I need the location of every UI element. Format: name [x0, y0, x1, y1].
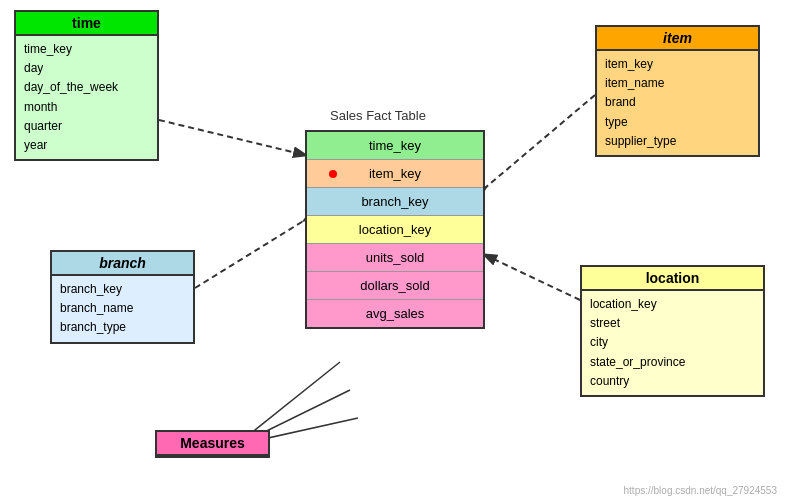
fact-row-time-key: time_key	[307, 132, 483, 160]
svg-line-0	[159, 120, 305, 155]
location-field-4: country	[590, 372, 755, 391]
location-body: location_key street city state_or_provin…	[582, 291, 763, 395]
fact-row-avg-sales: avg_sales	[307, 300, 483, 327]
branch-title: branch	[52, 252, 193, 276]
svg-line-3	[485, 255, 580, 300]
fact-row-location-key: location_key	[307, 216, 483, 244]
location-title: location	[582, 267, 763, 291]
svg-line-2	[195, 220, 305, 288]
location-box: location location_key street city state_…	[580, 265, 765, 397]
time-field-2: day_of_the_week	[24, 78, 149, 97]
svg-line-4	[245, 362, 340, 438]
location-field-3: state_or_province	[590, 353, 755, 372]
red-dot	[329, 170, 337, 178]
branch-field-2: branch_type	[60, 318, 185, 337]
item-box: item item_key item_name brand type suppl…	[595, 25, 760, 157]
branch-field-0: branch_key	[60, 280, 185, 299]
svg-line-1	[485, 95, 595, 188]
item-field-3: type	[605, 113, 750, 132]
diagram-container: time time_key day day_of_the_week month …	[0, 0, 785, 500]
time-field-0: time_key	[24, 40, 149, 59]
watermark: https://blog.csdn.net/qq_27924553	[624, 485, 777, 496]
fact-table: time_key item_key branch_key location_ke…	[305, 130, 485, 329]
time-box: time time_key day day_of_the_week month …	[14, 10, 159, 161]
fact-row-units-sold: units_sold	[307, 244, 483, 272]
time-field-5: year	[24, 136, 149, 155]
measures-title: Measures	[157, 432, 268, 456]
fact-row-dollars-sold: dollars_sold	[307, 272, 483, 300]
item-field-2: brand	[605, 93, 750, 112]
branch-field-1: branch_name	[60, 299, 185, 318]
item-field-0: item_key	[605, 55, 750, 74]
location-field-1: street	[590, 314, 755, 333]
fact-row-branch-key: branch_key	[307, 188, 483, 216]
time-field-3: month	[24, 98, 149, 117]
time-body: time_key day day_of_the_week month quart…	[16, 36, 157, 159]
location-field-0: location_key	[590, 295, 755, 314]
item-field-1: item_name	[605, 74, 750, 93]
fact-table-label: Sales Fact Table	[330, 108, 426, 123]
item-title: item	[597, 27, 758, 51]
branch-body: branch_key branch_name branch_type	[52, 276, 193, 342]
branch-box: branch branch_key branch_name branch_typ…	[50, 250, 195, 344]
time-field-4: quarter	[24, 117, 149, 136]
measures-box: Measures	[155, 430, 270, 458]
fact-row-item-key: item_key	[307, 160, 483, 188]
item-field-4: supplier_type	[605, 132, 750, 151]
time-title: time	[16, 12, 157, 36]
item-body: item_key item_name brand type supplier_t…	[597, 51, 758, 155]
location-field-2: city	[590, 333, 755, 352]
time-field-1: day	[24, 59, 149, 78]
